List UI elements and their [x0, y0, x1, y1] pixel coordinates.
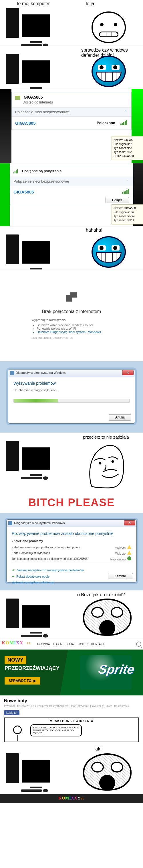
- nav-items: GŁÓWNA LOBUZ DODAJ TOP 30 KONTAKT: [37, 643, 107, 646]
- post-title[interactable]: Nowe buty: [4, 698, 139, 704]
- wifi-status: Połączono: [97, 121, 115, 125]
- panel-8-bitch-please: przecierz to nie zadziała BITCH PLEASE: [0, 433, 143, 513]
- show-details-link[interactable]: Wyświetl szczegółowe informacje: [12, 581, 131, 584]
- gasp-face: [83, 598, 132, 636]
- wifi-current-network: GIGA5805 Dostęp do Internetu: [12, 92, 131, 107]
- panel-2: sprawdze czy windows defender działa!: [0, 46, 143, 89]
- cta-button[interactable]: SPRAWDŹ TO! ▶: [5, 677, 40, 685]
- panel-5: hahaha!: [0, 226, 143, 270]
- panel-4-wifi-available: Dostępne są połączenia Połączenie sieci …: [0, 163, 143, 226]
- wifi-network-row[interactable]: GIGA5805 Połącz: [10, 186, 133, 206]
- rage-face-lying: [92, 56, 126, 87]
- list-item: Sprawdź kable sieciowe, modem i router: [37, 323, 112, 327]
- caption-my-computer: le mój komputer: [17, 1, 50, 6]
- wifi-ssid: GIGA5805: [13, 189, 34, 194]
- caption-oh-god: o Boże jak on to zrobił?: [77, 592, 125, 597]
- stick-figure-icon: [13, 725, 22, 734]
- wifi-flyout: Dostępne są połączenia Połączenie sieci …: [10, 166, 133, 206]
- close-button[interactable]: ✕: [122, 370, 134, 375]
- like-button[interactable]: Lubię to!: [4, 710, 20, 715]
- diagnostics-link[interactable]: Uruchom Diagnostykę sieci systemu Window…: [37, 330, 112, 334]
- chevron-up-icon[interactable]: ⌃: [124, 110, 127, 114]
- signal-bars-icon: [120, 120, 127, 125]
- caption-wont-work: przecierz to nie zadziała: [83, 435, 129, 439]
- cancel-button[interactable]: Anuluj: [109, 414, 131, 421]
- close-troubleshooter-link[interactable]: ➔Zamknij narzędzie do rozwiązywania prob…: [12, 567, 131, 573]
- window-title: Diagnostyka sieci systemu Windows: [16, 371, 66, 374]
- diagnostics-heading: Wykrywanie problemów: [13, 381, 130, 385]
- close-button[interactable]: ✕: [124, 520, 135, 525]
- wifi-tooltip: Nazwa: GIGA580Siła sygnału: ZnTyp zabezp…: [112, 205, 143, 224]
- gasp-face: [83, 753, 132, 790]
- window-title: Diagnostyka sieci systemu Windows: [14, 521, 65, 525]
- wifi-ssid: GIGA5805: [15, 121, 36, 126]
- problem-item: Kabel sieciowy nie jest podłączony do te…: [12, 545, 131, 550]
- connect-button[interactable]: Połącz: [106, 197, 129, 203]
- wifi-tooltip: Nazwa: GIGA5Siła sygnału: ZTyp zabezpiec…: [112, 136, 143, 160]
- post-meta: Przesłane: 12 lipca 2017 o 21:23 przez D…: [4, 705, 139, 708]
- svg-point-0: [99, 462, 101, 464]
- chevron-up-icon[interactable]: ⌃: [126, 179, 129, 183]
- network-icon: [15, 96, 20, 100]
- site-footer-logo[interactable]: KOMIXXYPL: [0, 794, 143, 803]
- hero-banner[interactable]: NOWY PRZEORZEŹWIAJĄCY SPRAWDŹ TO! ▶ Spri…: [0, 650, 143, 695]
- problem-list: Kabel sieciowy nie jest podłączony do te…: [12, 545, 131, 564]
- rage-face-lying: [92, 236, 126, 268]
- wifi-section-label: Połączenie sieci bezprzewodowej ⌃: [12, 107, 131, 117]
- site-logo[interactable]: KOMIXXYPL: [2, 641, 31, 646]
- wifi-network-row[interactable]: GIGA5805 Połączono: [12, 117, 131, 130]
- diagnostics-window: Diagnostyka sieci systemu Windows ✕ Rozw…: [6, 520, 137, 583]
- error-code: ERR_INTERNET_DISCONNECTED: [32, 337, 112, 339]
- problem-item: Ten komputer został ostatnio odłączony o…: [12, 556, 131, 562]
- suggestion-list: Sprawdź kable sieciowe, modem i router P…: [32, 323, 112, 334]
- wifi-access-label: Dostęp do Internetu: [15, 100, 128, 104]
- warning-icon: [127, 551, 131, 555]
- window-titlebar: Diagnostyka sieci systemu Windows ✕: [7, 520, 136, 527]
- caption-hahaha: hahaha!: [86, 227, 102, 233]
- result-heading: Rozwiązywanie problemów zostało ukończon…: [12, 531, 131, 536]
- panel-11-komixxy-site: KOMIXXYPL GŁÓWNA LOBUZ DODAJ TOP 30 KONT…: [0, 639, 143, 745]
- panel-7-diagnostics: Diagnostyka sieci systemu Windows ✕ Wykr…: [0, 361, 143, 433]
- warning-icon: [127, 545, 131, 549]
- list-item: Ponownie połącz się z Wi-Fi: [37, 327, 112, 330]
- wifi-ssid-header: GIGA5805: [24, 95, 43, 99]
- close-window-button[interactable]: Zamknij: [108, 573, 133, 579]
- search-icon[interactable]: [136, 642, 141, 647]
- panel-3-wifi-connected: GIGA5805 Dostęp do Internetu Połączenie …: [0, 89, 143, 163]
- nav-link[interactable]: KONTAKT: [91, 643, 104, 646]
- site-navbar: KOMIXXYPL GŁÓWNA LOBUZ DODAJ TOP 30 KONT…: [0, 639, 143, 650]
- embedded-comic[interactable]: MĘSKI PUNKT WIDZENIA KOCHANIE ZOBACZ! KU…: [4, 717, 139, 742]
- promo-text: NOWY PRZEORZEŹWIAJĄCY SPRAWDŹ TO! ▶: [5, 656, 60, 685]
- speech-bubble: KOCHANIE ZOBACZ! KUPIŁAM SOBIE NOWE BUTY…: [30, 724, 82, 737]
- panel-6-no-internet: Brak połączenia z internetem Wypróbuj te…: [0, 270, 143, 361]
- diagnostics-window: Diagnostyka sieci systemu Windows ✕ Wykr…: [8, 369, 135, 424]
- panel-1: le mój komputer le ja: [0, 0, 143, 46]
- comic-title: MĘSKI PUNKT WIDZENIA: [49, 719, 93, 723]
- no-internet-title: Brak połączenia z internetem: [32, 309, 112, 314]
- signal-bars-icon: [13, 169, 19, 174]
- wifi-available-header: Dostępne są połączenia: [10, 166, 133, 177]
- window-titlebar: Diagnostyka sieci systemu Windows ✕: [8, 370, 135, 377]
- sprite-logo: Sprite: [98, 662, 136, 677]
- nav-link[interactable]: GŁÓWNA: [37, 643, 50, 646]
- panel-12-jak: jak!: [0, 745, 143, 794]
- dino-icon: [66, 292, 77, 303]
- wifi-section-label: Połączenie sieci bezprzewodowej ⌃: [10, 177, 133, 186]
- yao-ming-face: [86, 443, 126, 489]
- try-label: Wypróbuj te rozwiązania:: [32, 318, 112, 322]
- nav-link[interactable]: LOBUZ: [53, 643, 62, 646]
- window-icon: [8, 521, 12, 525]
- found-label: Znalezione problemy: [12, 539, 131, 542]
- svg-point-1: [112, 461, 113, 462]
- check-icon: [127, 556, 131, 560]
- problem-item: Karta Hamachi jest wyłączona Wykryto: [12, 550, 131, 556]
- post: Nowe buty Przesłane: 12 lipca 2017 o 21:…: [0, 695, 143, 745]
- nav-link[interactable]: DODAJ: [66, 643, 75, 646]
- signal-bars-icon: [122, 189, 129, 194]
- caption-me: le ja: [86, 1, 94, 6]
- nav-link[interactable]: TOP 30: [78, 643, 88, 646]
- panel-10-ohgod: o Boże jak on to zrobił?: [0, 590, 143, 639]
- caption-jak: jak!: [94, 746, 102, 752]
- bitch-please-text: BITCH PLEASE: [0, 496, 143, 509]
- diagnostics-subtext: Uruchamianie diagnostyki sieci...: [13, 389, 130, 392]
